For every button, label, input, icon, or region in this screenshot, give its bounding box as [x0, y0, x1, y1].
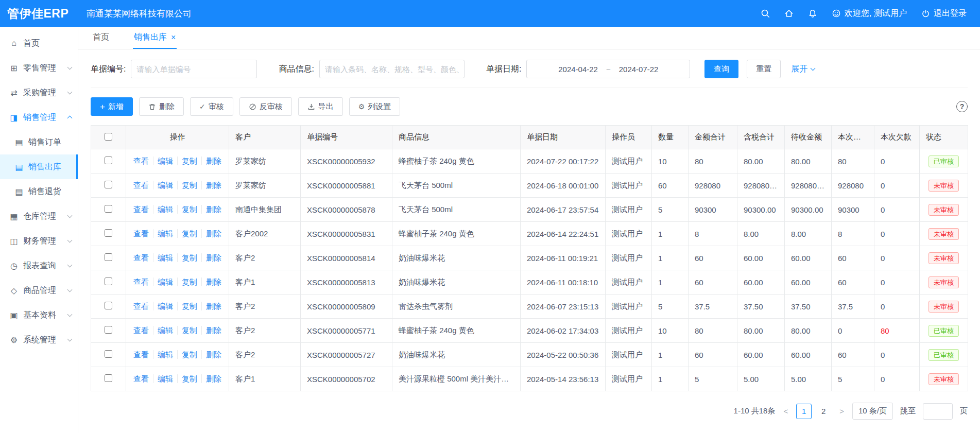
row-checkbox[interactable]: [105, 278, 112, 285]
search-icon[interactable]: [761, 9, 770, 18]
toolbar: + 新增 删除 ✓ 审核: [91, 97, 968, 116]
prev-page-button[interactable]: <: [782, 407, 789, 415]
product-input[interactable]: [319, 60, 465, 78]
delete-button[interactable]: 删除: [139, 97, 184, 116]
row-action-copy[interactable]: 复制: [177, 350, 197, 359]
select-all-checkbox[interactable]: [105, 133, 112, 141]
row-action-copy[interactable]: 复制: [177, 278, 197, 286]
row-action-view[interactable]: 查看: [133, 302, 149, 310]
row-action-delete[interactable]: 删除: [201, 205, 221, 214]
date-range-picker[interactable]: 2024-04-22 ~ 2024-07-22: [526, 60, 690, 78]
row-action-delete[interactable]: 删除: [201, 350, 221, 359]
page-button-1[interactable]: 1: [796, 404, 812, 419]
row-action-delete[interactable]: 删除: [201, 278, 221, 286]
home-icon[interactable]: [784, 9, 794, 18]
sidebar-item-purchase[interactable]: ⇄采购管理: [0, 80, 78, 105]
sidebar-item-product[interactable]: ◇商品管理: [0, 278, 78, 303]
row-action-edit[interactable]: 编辑: [153, 374, 173, 383]
column-settings-button[interactable]: ⚙ 列设置: [349, 97, 401, 116]
row-checkbox[interactable]: [105, 374, 112, 382]
row-checkbox[interactable]: [105, 302, 112, 309]
logout-button[interactable]: 退出登录: [921, 8, 967, 19]
sales-icon: ◨: [8, 113, 20, 123]
row-action-edit[interactable]: 编辑: [153, 278, 173, 286]
page-size-select[interactable]: 10 条/页: [852, 403, 893, 420]
doc-no-input[interactable]: [131, 60, 257, 78]
date-from[interactable]: 2024-04-22: [558, 65, 598, 74]
row-action-delete[interactable]: 删除: [201, 326, 221, 335]
row-action-view[interactable]: 查看: [133, 181, 149, 189]
row-checkbox[interactable]: [105, 326, 112, 334]
row-action-edit[interactable]: 编辑: [153, 350, 173, 359]
row-action-copy[interactable]: 复制: [177, 229, 197, 238]
row-action-view[interactable]: 查看: [133, 229, 149, 238]
row-action-view[interactable]: 查看: [133, 278, 149, 286]
row-action-view[interactable]: 查看: [133, 350, 149, 359]
row-checkbox[interactable]: [105, 350, 112, 358]
tab-sales-outbound[interactable]: 销售出库 ×: [133, 27, 177, 49]
date-to[interactable]: 2024-07-22: [619, 65, 659, 74]
cell-operator: 测试用户: [606, 367, 652, 391]
sidebar-item-warehouse[interactable]: ▦仓库管理: [0, 204, 78, 229]
row-action-view[interactable]: 查看: [133, 253, 149, 262]
row-action-delete[interactable]: 删除: [201, 253, 221, 262]
row-action-copy[interactable]: 复制: [177, 253, 197, 262]
row-checkbox[interactable]: [105, 181, 112, 188]
welcome-user[interactable]: 欢迎您, 测试用户: [832, 8, 907, 19]
sidebar-item-report[interactable]: ◷报表查询: [0, 253, 78, 278]
sidebar-menu: ⌂首页⊞零售管理⇄采购管理◨销售管理▤销售订单▤销售出库▤销售退货▦仓库管理◫财…: [0, 31, 78, 352]
sidebar-item-home[interactable]: ⌂首页: [0, 31, 78, 56]
row-action-delete[interactable]: 删除: [201, 157, 221, 165]
cell-doc-no: XSCK00000005881: [301, 174, 392, 198]
unaudit-button[interactable]: 反审核: [239, 97, 292, 116]
next-page-button[interactable]: >: [838, 407, 845, 415]
row-action-copy[interactable]: 复制: [177, 302, 197, 310]
row-action-copy[interactable]: 复制: [177, 374, 197, 383]
row-action-delete[interactable]: 删除: [201, 181, 221, 189]
row-action-copy[interactable]: 复制: [177, 326, 197, 335]
page-button-2[interactable]: 2: [816, 404, 831, 419]
row-action-delete[interactable]: 删除: [201, 302, 221, 310]
add-button[interactable]: + 新增: [91, 97, 133, 116]
row-checkbox[interactable]: [105, 205, 112, 213]
row-checkbox[interactable]: [105, 229, 112, 237]
row-action-view[interactable]: 查看: [133, 157, 149, 165]
sidebar-item-finance[interactable]: ◫财务管理: [0, 229, 78, 253]
sidebar-item-system[interactable]: ⚙系统管理: [0, 327, 78, 352]
row-action-edit[interactable]: 编辑: [153, 229, 173, 238]
row-action-view[interactable]: 查看: [133, 326, 149, 335]
bell-icon[interactable]: [808, 9, 817, 18]
export-button[interactable]: 导出: [298, 97, 343, 116]
reset-button[interactable]: 重置: [747, 60, 781, 78]
close-icon[interactable]: ×: [171, 33, 176, 42]
row-action-delete[interactable]: 删除: [201, 374, 221, 383]
row-action-edit[interactable]: 编辑: [153, 181, 173, 189]
row-action-edit[interactable]: 编辑: [153, 302, 173, 310]
row-action-edit[interactable]: 编辑: [153, 205, 173, 214]
sidebar-item-basic-data[interactable]: ▣基本资料: [0, 303, 78, 327]
row-action-edit[interactable]: 编辑: [153, 253, 173, 262]
sidebar-item-sales-order[interactable]: ▤销售订单: [0, 130, 78, 154]
row-checkbox[interactable]: [105, 253, 112, 261]
row-action-view[interactable]: 查看: [133, 205, 149, 214]
help-icon[interactable]: ?: [956, 101, 968, 112]
sidebar-item-sales-outbound[interactable]: ▤销售出库: [0, 154, 78, 179]
sidebar-item-sales-return[interactable]: ▤销售退货: [0, 179, 78, 204]
row-action-edit[interactable]: 编辑: [153, 326, 173, 335]
status-badge: 未审核: [929, 204, 959, 216]
expand-link[interactable]: 展开: [791, 64, 815, 75]
sidebar-item-retail[interactable]: ⊞零售管理: [0, 56, 78, 80]
row-action-view[interactable]: 查看: [133, 374, 149, 383]
sidebar-item-sales[interactable]: ◨销售管理: [0, 105, 78, 130]
row-action-copy[interactable]: 复制: [177, 181, 197, 189]
cell-qty: 1: [652, 343, 689, 367]
row-checkbox[interactable]: [105, 157, 112, 164]
tab-home[interactable]: 首页: [92, 27, 110, 49]
jump-input[interactable]: [923, 403, 953, 420]
row-action-delete[interactable]: 删除: [201, 229, 221, 238]
audit-button[interactable]: ✓ 审核: [190, 97, 233, 116]
row-action-copy[interactable]: 复制: [177, 157, 197, 165]
row-action-copy[interactable]: 复制: [177, 205, 197, 214]
search-button[interactable]: 查询: [704, 60, 738, 78]
row-action-edit[interactable]: 编辑: [153, 157, 173, 165]
